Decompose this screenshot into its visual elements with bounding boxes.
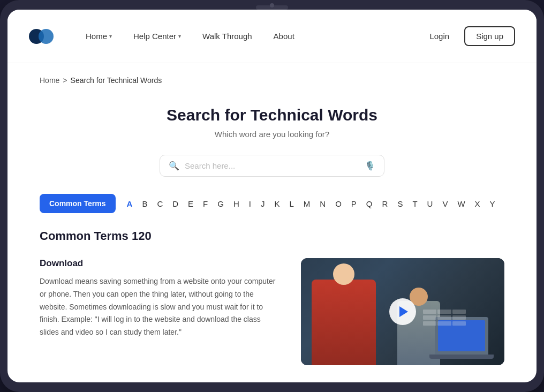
alpha-r[interactable]: R [380,197,391,210]
alpha-v[interactable]: V [440,197,450,210]
table-row-sim-3 [423,321,466,326]
alpha-f[interactable]: F [200,197,210,210]
alpha-x[interactable]: X [472,197,483,210]
signup-button[interactable]: Sign up [464,26,515,46]
home-chevron-icon: ▾ [109,33,112,39]
search-container: 🔍 🎙️ [40,155,504,177]
term-section: Download Download means saving something… [40,258,504,365]
alpha-a[interactable]: A [124,197,135,210]
logo-circle-right [39,29,54,44]
term-description: Download means saving something from a w… [40,275,279,339]
alpha-d[interactable]: D [170,197,181,210]
table-cell-7 [423,321,436,326]
alpha-t[interactable]: T [410,197,420,210]
table-row-sim-1 [423,310,466,314]
alpha-o[interactable]: O [333,197,344,210]
search-input[interactable] [185,161,359,170]
table-cell-5 [437,315,451,320]
alpha-m[interactable]: M [301,197,313,210]
table-cell-3 [452,310,466,314]
nav-actions: Login Sign up [423,26,515,46]
filter-bar: Common Terms A B C D E F G H I J K L M N… [40,194,504,213]
page-title: Search for Technical Words [40,106,504,124]
common-terms-button[interactable]: Common Terms [40,194,116,213]
title-section: Search for Technical Words Which word ar… [40,95,504,155]
breadcrumb-current: Search for Technical Words [71,76,162,85]
term-name: Download [40,258,279,269]
alpha-s[interactable]: S [395,197,405,210]
nav-help-center[interactable]: Help Center ▾ [133,32,181,41]
alpha-i[interactable]: I [246,197,254,210]
video-thumbnail[interactable] [301,258,504,365]
alpha-k[interactable]: K [271,197,282,210]
table-cell-9 [452,321,466,326]
figure-left [312,280,376,365]
help-chevron-icon: ▾ [178,33,181,39]
alpha-l[interactable]: L [286,197,296,210]
nav-home[interactable]: Home ▾ [86,32,112,41]
alpha-y[interactable]: Y [487,197,498,210]
login-button[interactable]: Login [423,27,456,45]
tablet-frame: Home ▾ Help Center ▾ Walk Through About … [0,0,544,392]
microphone-icon[interactable]: 🎙️ [365,161,375,171]
table-cell-2 [437,310,451,314]
table-cell-8 [437,321,451,326]
page-subtitle: Which word are you looking for? [40,130,504,139]
alpha-n[interactable]: N [317,197,328,210]
alpha-z[interactable]: Z [502,197,504,210]
breadcrumb-separator: > [63,76,67,85]
logo [29,24,54,49]
breadcrumb-home[interactable]: Home [40,76,59,85]
alpha-p[interactable]: P [349,197,359,210]
alpha-q[interactable]: Q [364,197,375,210]
table-cell-4 [423,315,436,320]
alpha-g[interactable]: G [215,197,226,210]
table-cell-6 [452,315,466,320]
play-triangle-icon [399,306,408,317]
alpha-u[interactable]: U [425,197,436,210]
laptop-shape [435,317,488,355]
alpha-e[interactable]: E [185,197,196,210]
navbar: Home ▾ Help Center ▾ Walk Through About … [7,10,537,63]
nav-about[interactable]: About [274,32,294,41]
screen: Home ▾ Help Center ▾ Walk Through About … [7,10,537,382]
alpha-c[interactable]: C [154,197,165,210]
table-row-sim-2 [423,315,466,320]
table-overlay [421,307,468,337]
search-icon: 🔍 [169,161,179,171]
alpha-h[interactable]: H [231,197,242,210]
alpha-b[interactable]: B [139,197,150,210]
main-content: Home > Search for Technical Words Search… [7,63,537,382]
table-cell-1 [423,310,436,314]
alpha-j[interactable]: J [258,197,268,210]
breadcrumb: Home > Search for Technical Words [40,63,504,95]
logo-icon [29,24,54,49]
term-text: Download Download means saving something… [40,258,279,365]
laptop-screen [438,320,485,351]
nav-links: Home ▾ Help Center ▾ Walk Through About [86,32,423,41]
nav-walk-through[interactable]: Walk Through [202,32,252,41]
section-title: Common Terms 120 [40,229,504,243]
search-box: 🔍 🎙️ [160,155,384,177]
play-button[interactable] [389,298,416,325]
alpha-w[interactable]: W [455,197,467,210]
